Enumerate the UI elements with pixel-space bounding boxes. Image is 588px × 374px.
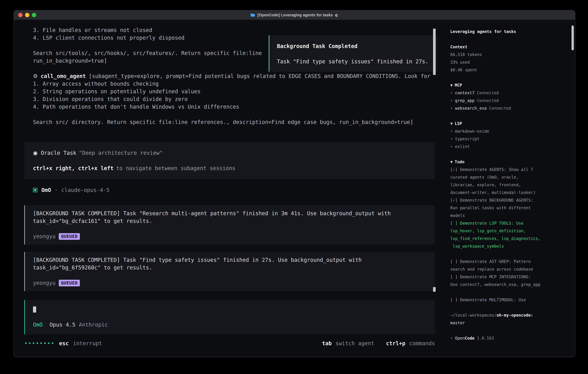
queued-badge: QUEUED [59,280,80,286]
subagent-nav-hint: ctrl+x right, ctrl+x leftto navigate bet… [33,165,426,172]
esc-key-hint: esc [59,340,69,347]
bullet-icon: • [450,129,453,134]
titlebar: [OpenCode] Leveraging agents for tasks◐ [14,10,575,20]
statusbar: •••••••• esc interrupt tab switch agent … [24,340,435,347]
tool-call-name: call_omo_agent [41,73,86,79]
session-title: Leveraging agents for tasks [450,28,568,35]
queued-badge: QUEUED [59,233,80,240]
terminal-line: 3. File handles or streams not closed [24,26,435,34]
chevron-down-icon: ▼ [450,159,453,164]
folder-icon [251,13,255,17]
window-title-group: [OpenCode] Leveraging agents for tasks◐ [251,13,338,17]
bullet-icon: • [450,91,453,95]
bullet-icon: • [450,106,453,111]
todo-item-ast-grep: [ ] Demonstrate AST-GREP: Pattern search… [450,258,568,273]
bullet-icon: • [450,98,453,103]
lsp-item: •typescript [450,135,568,143]
tool-call-args: [subagent_type=explore, prompt=Find pote… [89,73,430,79]
window-title: [OpenCode] Leveraging agents for tasks [257,13,333,17]
tool-prompt-item: 1. Array access without bounds checking [24,80,435,88]
chevron-down-icon: ▼ [450,121,453,126]
context-spent: $0.46 spent [450,66,568,74]
tool-prompt-item: 2. String operations on potentially unde… [24,88,435,95]
context-header: Context [450,43,568,51]
ctrlp-key-label: commands [409,340,435,347]
bullet-icon: • [450,144,453,149]
prompt-input[interactable]: OmOOpus 4.5Anthropic [24,300,435,334]
zoom-button[interactable] [32,13,36,17]
window-controls [18,10,36,20]
todo-section-header: ▼Todo [450,158,568,166]
message-text: [BACKGROUND TASK COMPLETED] Task "Find t… [33,256,426,271]
mcp-item: •context7Connected [450,89,568,97]
mcp-item: •websearch_exaConnected [450,104,568,112]
tool-prompt-item: 3. Division operations that could divide… [24,95,435,103]
bullet-icon: • [450,336,453,341]
spinner-icon: ◐ [335,13,338,17]
message-meta: yeongyu QUEUED [33,279,426,287]
oracle-task-title: ◉Oracle Task"Deep architecture review" [33,149,426,157]
workspace-branch: master [450,319,568,327]
lsp-item: •markdown-oxide [450,127,568,135]
message-meta: yeongyu QUEUED [33,233,426,240]
context-tokens: 66,518 tokens [450,51,568,58]
terminal-pane: 3. File handles or streams not closed 4.… [14,20,445,357]
todo-item-lsp-tools: [ ] Demonstrate LSP TOOLS: Use lsp_hover… [450,219,568,250]
terminal-line [24,111,435,118]
tab-key-label: switch agent [336,340,374,347]
bullet-icon: • [450,136,453,141]
gear-icon: ⚙ [33,73,38,79]
todo-item-mcp-integrations: [ ] Demonstrate MCP INTEGRATIONS: Use co… [450,273,568,288]
app-window: [OpenCode] Leveraging agents for tasks◐ … [14,10,575,357]
esc-key-label: interrupt [73,340,102,347]
record-icon: ◉ [33,150,38,156]
workspace-path: ~/local-workspaces/oh-my-opencode: [450,311,568,319]
background-task-toast: Background Task Completed Task "Find typ… [269,35,437,72]
todo-item-background-agents: [✓] Demonstrate BACKGROUND AGENTS: Run p… [450,197,568,219]
todo-item-agents: [✓] Demonstrate AGENTS: Show all 7 curat… [450,166,568,197]
tool-prompt-item: 4. Path operations that don't handle Win… [24,103,435,111]
input-model-line: OmOOpus 4.5Anthropic [33,321,426,329]
message-author: yeongyu [33,279,56,287]
agent-section-header: OmO·claude-opus-4-5 [24,186,435,194]
toast-title: Background Task Completed [277,42,437,50]
chevron-down-icon: ▼ [450,83,453,88]
input-line [33,306,426,313]
spinner-dots: •••••••• [24,340,55,347]
context-used: 33% used [450,58,568,66]
main-scrollbar-thumb[interactable] [433,29,436,75]
ctrlp-key-hint: ctrl+p [386,340,405,347]
agent-checkbox-icon [33,188,37,192]
sidebar-scrollbar-thumb[interactable] [571,25,574,50]
message-author: yeongyu [33,233,56,240]
message-text: [BACKGROUND TASK COMPLETED] Task "Resear… [33,209,426,225]
sidebar-pane: Leveraging agents for tasks Context 66,5… [445,20,575,357]
oracle-task-box: ◉Oracle Task"Deep architecture review" c… [24,142,435,179]
tool-call-tail: Search src/ directory. Return specific f… [24,118,435,126]
message-background-task-1: [BACKGROUND TASK COMPLETED] Task "Resear… [24,205,435,245]
text-cursor [33,306,36,312]
version-info: •OpenCode1.0.163 [450,334,568,342]
mcp-item: •grep_appConnected [450,97,568,104]
tool-call-line: ⚙call_omo_agent[subagent_type=explore, p… [24,72,435,80]
tab-key-hint: tab [322,340,332,347]
lsp-item: •eslint [450,143,568,150]
message-background-task-2: [BACKGROUND TASK COMPLETED] Task "Find t… [24,252,435,291]
todo-item-multimodal: [ ] Demonstrate MULTIMODAL: Use [450,296,568,304]
toast-body: Task "Find type safety issues" finished … [277,58,437,65]
minimize-button[interactable] [25,13,29,17]
chat-scrollbar-thumb[interactable] [433,287,436,292]
close-button[interactable] [18,13,22,17]
lsp-section-header: ▼LSP [450,120,568,127]
mcp-section-header: ▼MCP [450,82,568,89]
